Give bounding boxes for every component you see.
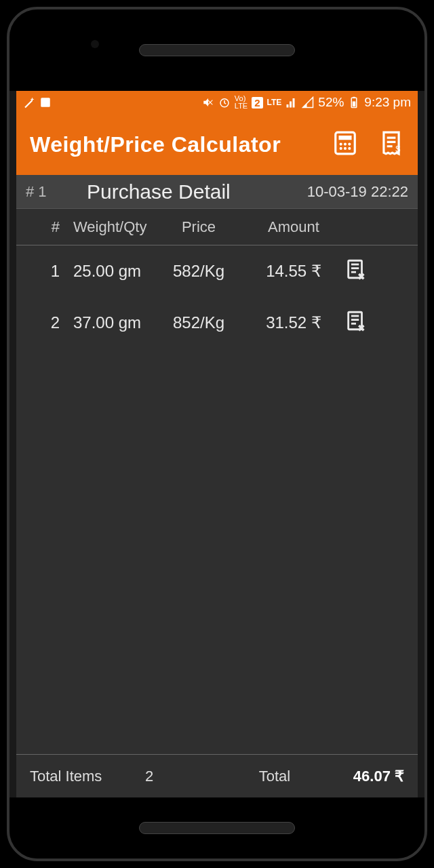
col-header-idx: # — [26, 218, 60, 236]
total-items-label: Total Items — [30, 768, 145, 785]
status-right: Vo)LTE 2 LTE 52% 9:23 pm — [202, 95, 411, 110]
row-amount: 31.52 ₹ — [243, 313, 344, 332]
table-row: 2 37.00 gm 852/Kg 31.52 ₹ — [16, 297, 418, 349]
status-left — [23, 96, 52, 108]
row-weight: 25.00 gm — [60, 262, 155, 281]
purchase-number: # 1 — [26, 183, 80, 201]
svg-rect-6 — [339, 136, 352, 140]
svg-point-8 — [344, 143, 347, 146]
calculator-icon — [332, 130, 358, 156]
receipt-button[interactable]: $ — [378, 130, 404, 159]
sim-indicator: 2 — [252, 97, 262, 108]
purchase-subheader: # 1 Purchase Detail 10-03-19 22:22 — [16, 175, 418, 209]
col-header-price: Price — [155, 218, 243, 236]
battery-percent: 52% — [318, 95, 344, 110]
summary-footer: Total Items 2 Total 46.07 ₹ — [16, 754, 418, 797]
row-idx: 2 — [26, 313, 60, 332]
app-bar-actions: $ — [332, 130, 404, 159]
receipt-icon: $ — [378, 130, 404, 156]
wand-icon — [23, 96, 35, 108]
delete-receipt-icon — [344, 258, 368, 281]
volte-indicator: Vo)LTE — [235, 95, 248, 110]
screen: Vo)LTE 2 LTE 52% 9:23 pm Weight/Price Ca… — [16, 91, 418, 797]
purchase-title: Purchase Detail — [80, 180, 307, 203]
alarm-icon — [218, 96, 231, 108]
signal2-icon — [302, 96, 314, 108]
wifi-icon — [39, 96, 52, 108]
row-price: 582/Kg — [155, 262, 243, 281]
delete-row-button[interactable] — [344, 258, 385, 285]
table-body[interactable]: 1 25.00 gm 582/Kg 14.55 ₹ 2 37.00 gm 852… — [16, 245, 418, 754]
total-value: 46.07 ₹ — [323, 768, 404, 785]
col-header-weight: Weight/Qty — [60, 218, 155, 236]
signal-icon — [285, 96, 298, 108]
app-bar: Weight/Price Calculator $ — [16, 114, 418, 175]
svg-rect-0 — [41, 98, 50, 107]
table-header: # Weight/Qty Price Amount — [16, 209, 418, 245]
purchase-date: 10-03-19 22:22 — [307, 183, 408, 201]
row-amount: 14.55 ₹ — [243, 262, 344, 281]
phone-inner: Vo)LTE 2 LTE 52% 9:23 pm Weight/Price Ca… — [7, 7, 427, 861]
calculator-button[interactable] — [332, 130, 358, 159]
app-title: Weight/Price Calculator — [30, 132, 281, 157]
speaker-grille — [139, 44, 295, 56]
bottom-bezel — [9, 797, 425, 859]
total-label: Total — [226, 768, 323, 785]
home-indicator — [139, 822, 295, 834]
row-weight: 37.00 gm — [60, 313, 155, 332]
table-row: 1 25.00 gm 582/Kg 14.55 ₹ — [16, 245, 418, 297]
mute-icon — [202, 96, 214, 108]
svg-rect-4 — [353, 97, 355, 98]
svg-text:$: $ — [395, 144, 400, 154]
svg-point-10 — [340, 147, 342, 150]
delete-receipt-icon — [344, 309, 368, 332]
row-price: 852/Kg — [155, 313, 243, 332]
camera-dot — [91, 40, 99, 48]
svg-rect-3 — [353, 102, 356, 107]
svg-point-9 — [348, 143, 351, 146]
top-bezel — [9, 9, 425, 91]
svg-point-11 — [344, 147, 347, 150]
col-header-amount: Amount — [243, 218, 344, 236]
svg-point-7 — [340, 143, 342, 146]
status-bar: Vo)LTE 2 LTE 52% 9:23 pm — [16, 91, 418, 114]
delete-row-button[interactable] — [344, 309, 385, 336]
svg-point-12 — [348, 147, 351, 150]
total-items-count: 2 — [145, 768, 226, 785]
phone-frame: Vo)LTE 2 LTE 52% 9:23 pm Weight/Price Ca… — [0, 0, 434, 868]
clock-time: 9:23 pm — [364, 95, 411, 110]
network-indicator: LTE — [267, 98, 282, 107]
battery-icon — [348, 96, 360, 108]
row-idx: 1 — [26, 262, 60, 281]
